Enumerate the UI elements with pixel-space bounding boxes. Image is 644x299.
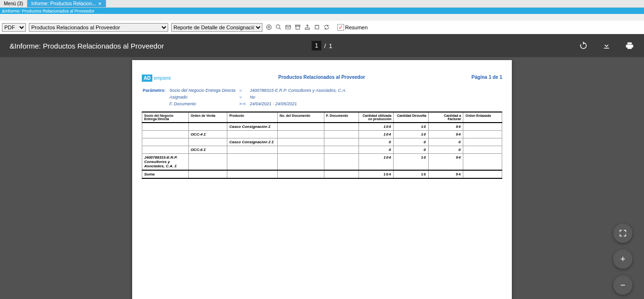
pdf-actions <box>579 41 634 50</box>
sum-label: Suma <box>142 170 189 178</box>
download-icon[interactable] <box>602 41 611 50</box>
page-total: 1 <box>329 42 332 50</box>
summary-checkbox[interactable]: ✓ Resumen <box>337 24 368 31</box>
summary-label: Resumen <box>345 25 368 30</box>
pdf-page: AD empiere Productos Relacionados al Pro… <box>132 60 512 299</box>
table-row: J400788315-E.R.P. Consultores y Asociado… <box>142 154 502 171</box>
param-op: >-< <box>239 101 249 107</box>
svg-line-3 <box>279 28 281 29</box>
param-op: = <box>239 94 249 100</box>
zoom-out-button[interactable]: − <box>613 275 632 295</box>
report-select[interactable]: Productos Relacionados al Proveedor <box>29 23 168 32</box>
mail-icon[interactable] <box>285 24 291 31</box>
col-header: Socio del Negocio Entrega Directa <box>142 112 189 123</box>
param-name: Socio del Negocio Entrega Directa <box>170 87 239 93</box>
pdf-pager: / 1 <box>312 41 333 50</box>
table-header-row: Socio del Negocio Entrega Directa Orden … <box>142 112 502 123</box>
col-header: No. del Documento <box>277 112 324 123</box>
pdf-viewer-header: &Informe: Productos Relacionados al Prov… <box>0 34 644 57</box>
param-name: F. Documento <box>170 101 239 107</box>
detail-select[interactable]: Reporte de Detalle de Consignación <box>171 23 262 32</box>
toolbar: PDF Productos Relacionados al Proveedor … <box>0 21 644 34</box>
pdf-canvas[interactable]: AD empiere Productos Relacionados al Pro… <box>0 57 644 299</box>
tab-report-label: Informe: Productos Relacion... <box>31 1 96 6</box>
report-header: AD empiere Productos Relacionados al Pro… <box>142 75 502 82</box>
report-params: Parámetro: Socio del Negocio Entrega Dir… <box>142 87 502 108</box>
svg-rect-8 <box>315 25 319 29</box>
tab-bar: Menú (3) Informe: Productos Relacion... … <box>0 0 644 8</box>
param-op: = <box>239 87 249 93</box>
pdf-title: &Informe: Productos Relacionados al Prov… <box>10 42 164 50</box>
zoom-controls: + − <box>613 224 632 295</box>
table-sum-row: Suma 104 10 94 <box>142 170 502 178</box>
svg-rect-6 <box>296 26 299 29</box>
page-sep: / <box>324 42 326 50</box>
param-name: Asignado <box>170 94 239 100</box>
page-input[interactable] <box>312 41 322 50</box>
col-header: F. Documento <box>324 112 359 123</box>
param-value: J400788315-E.R.P. Consultores y Asociado… <box>250 87 349 93</box>
export-icon[interactable] <box>304 24 310 31</box>
svg-point-0 <box>266 25 271 30</box>
close-icon[interactable]: ✕ <box>98 1 102 6</box>
tab-menu-label: Menú (3) <box>4 1 23 6</box>
print-icon[interactable] <box>625 41 634 50</box>
col-header: Producto <box>227 112 278 123</box>
zoom-in-button[interactable]: + <box>613 249 632 269</box>
toolbar-icons <box>265 24 330 31</box>
svg-rect-11 <box>604 48 609 49</box>
search-icon[interactable] <box>275 24 282 31</box>
checkbox-icon: ✓ <box>337 24 344 31</box>
tab-report[interactable]: Informe: Productos Relacion... ✕ <box>27 0 106 7</box>
table-row: Casco Consignación Σ 104 10 94 <box>142 123 502 131</box>
table-row: OCC-4 Σ 104 10 94 <box>142 131 502 138</box>
report-table: Socio del Negocio Entrega Directa Orden … <box>142 112 502 179</box>
param-value: No <box>250 94 349 100</box>
col-header: Cantidad a Facturar <box>428 112 463 123</box>
table-row: Casco Consignación 2 Σ 0 0 0 <box>142 138 502 146</box>
refresh-icon[interactable] <box>323 24 330 31</box>
fit-button[interactable] <box>613 224 632 243</box>
logo: AD empiere <box>142 75 172 82</box>
col-header: Orden de Venta <box>188 112 227 123</box>
col-header: Cantidad utilizada en producción <box>359 112 393 123</box>
report-title: Productos Relacionados al Proveedor <box>172 75 471 80</box>
svg-rect-7 <box>305 28 310 29</box>
svg-point-1 <box>268 26 269 28</box>
breadcrumb-text: &Informe: Productos Relacionados al Prov… <box>2 9 95 13</box>
breadcrumb: &Informe: Productos Relacionados al Prov… <box>0 8 644 14</box>
param-label: Parámetro: <box>143 87 169 93</box>
settings-icon[interactable] <box>313 24 320 31</box>
logo-text: empiere <box>152 75 172 82</box>
archive-icon[interactable] <box>294 24 301 31</box>
table-row: OCC-6 Σ 0 0 0 <box>142 146 502 154</box>
param-value: 24/04/2021 - 24/05/2021 <box>250 101 349 107</box>
svg-point-2 <box>276 25 280 29</box>
col-header: Orden Enlazada <box>463 112 502 123</box>
target-icon[interactable] <box>265 24 272 31</box>
tab-menu[interactable]: Menú (3) <box>0 0 27 7</box>
col-header: Cantidad Devuelta <box>394 112 428 123</box>
logo-ad: AD <box>142 75 152 82</box>
format-select[interactable]: PDF <box>2 23 26 32</box>
rotate-icon[interactable] <box>579 41 588 50</box>
report-pageno: Página 1 de 1 <box>471 75 502 80</box>
